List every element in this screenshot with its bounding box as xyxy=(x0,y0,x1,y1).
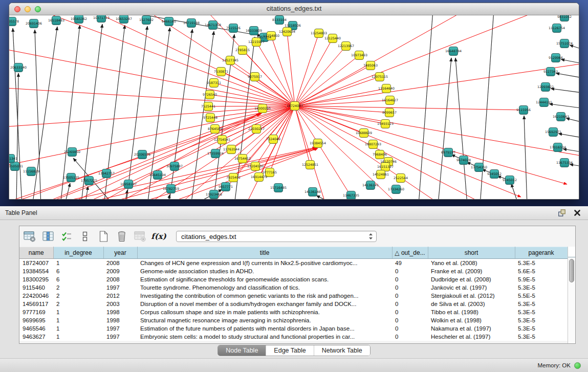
table-cell[interactable]: 0 xyxy=(392,267,428,275)
table-cell[interactable]: 5.3E-5 xyxy=(515,283,568,292)
network-canvas-svg[interactable]: 4035578206914061651848319565362103717131… xyxy=(9,15,579,200)
table-cell[interactable]: Hescheler et al. (1997) xyxy=(428,333,515,341)
table-cell[interactable]: 2009 xyxy=(103,267,137,275)
table-cell[interactable]: Embryonic stem cells: a model to study s… xyxy=(137,333,392,341)
table-cell[interactable]: Investigating the contribution of common… xyxy=(137,292,392,300)
table-cell[interactable]: 1998 xyxy=(103,308,137,316)
table-cell[interactable]: 1 xyxy=(53,259,103,268)
table-row[interactable]: 1938455462009Genome-wide association stu… xyxy=(19,267,568,275)
table-cell[interactable]: 0 xyxy=(392,316,428,324)
close-panel-icon[interactable] xyxy=(573,208,582,217)
table-cell[interactable]: 5.3E-5 xyxy=(515,324,568,333)
delete-table-button[interactable] xyxy=(115,230,129,243)
table-source-dropdown[interactable]: citations_edges.txt xyxy=(176,231,377,242)
table-cell[interactable]: 1997 xyxy=(103,283,137,292)
delete-column-button-disabled[interactable] xyxy=(133,230,147,243)
table-cell[interactable]: 5.3E-5 xyxy=(515,308,568,316)
tab-node-table[interactable]: Node Table xyxy=(218,345,266,356)
table-cell[interactable]: Changes of HCN gene expression and I(f) … xyxy=(137,259,392,268)
table-cell[interactable]: 49 xyxy=(392,259,428,268)
table-cell[interactable]: Structural magnetic resonance image aver… xyxy=(137,316,392,324)
table-cell[interactable]: de Silva et al. (2003) xyxy=(428,300,515,308)
table-cell[interactable]: 0 xyxy=(392,283,428,292)
table-cell[interactable]: 0 xyxy=(392,308,428,316)
table-cell[interactable]: 5.3E-5 xyxy=(515,259,568,268)
table-cell[interactable]: 9465546 xyxy=(19,324,53,333)
table-cell[interactable]: 2 xyxy=(53,300,103,308)
table-cell[interactable]: 6 xyxy=(53,267,103,275)
table-cell[interactable]: 2003 xyxy=(103,300,137,308)
table-cell[interactable]: 22420046 xyxy=(19,292,53,300)
table-cell[interactable]: 1 xyxy=(53,324,103,333)
show-columns-button[interactable] xyxy=(41,230,55,243)
table-cell[interactable]: Estimation of significance thresholds fo… xyxy=(137,275,392,283)
table-cell[interactable]: 2 xyxy=(53,292,103,300)
table-cell[interactable]: 9115460 xyxy=(19,283,53,292)
table-row[interactable]: 911546021997Tourette syndrome. Phenomeno… xyxy=(19,283,568,292)
table-settings-button[interactable] xyxy=(23,230,37,243)
column-header-1[interactable]: in_degree xyxy=(53,247,103,259)
column-header-4[interactable]: △ out_de... xyxy=(392,247,428,259)
table-cell[interactable]: 5.9E-5 xyxy=(515,275,568,283)
float-panel-icon[interactable] xyxy=(557,208,567,217)
table-cell[interactable]: Tibbo et al. (1998) xyxy=(428,308,515,316)
table-cell[interactable]: Yano et al. (2008) xyxy=(428,259,515,268)
network-canvas[interactable]: 4035578206914061651848319565362103717131… xyxy=(9,15,579,200)
column-header-0[interactable]: name xyxy=(19,247,53,259)
table-cell[interactable]: 18724007 xyxy=(19,259,53,268)
row-height-button[interactable] xyxy=(78,230,92,243)
table-cell[interactable]: 2012 xyxy=(103,292,137,300)
table-cell[interactable]: 1 xyxy=(53,308,103,316)
table-cell[interactable]: 1998 xyxy=(103,316,137,324)
close-window-button[interactable] xyxy=(14,6,20,12)
table-row[interactable]: 1456911722003Disruption of a novel membe… xyxy=(19,300,568,308)
table-cell[interactable]: 5.6E-5 xyxy=(515,267,568,275)
table-cell[interactable]: 9463627 xyxy=(19,333,53,341)
table-cell[interactable]: 1 xyxy=(53,333,103,341)
column-header-3[interactable]: title xyxy=(137,247,392,259)
table-cell[interactable]: Jankovic et al. (1997) xyxy=(428,283,515,292)
table-cell[interactable]: 19384554 xyxy=(19,267,53,275)
table-cell[interactable]: 5.3E-5 xyxy=(515,300,568,308)
table-cell[interactable]: 6 xyxy=(53,275,103,283)
tab-edge-table[interactable]: Edge Table xyxy=(266,345,313,356)
column-header-5[interactable]: short xyxy=(428,247,515,259)
table-row[interactable]: 1830029562008Estimation of significance … xyxy=(19,275,568,283)
zoom-window-button[interactable] xyxy=(35,6,41,12)
select-rows-button[interactable] xyxy=(59,230,74,243)
table-row[interactable]: 2242004622012Investigating the contribut… xyxy=(19,292,568,300)
table-cell[interactable]: 0 xyxy=(392,333,428,341)
vertical-scrollbar[interactable] xyxy=(568,247,575,343)
minimize-window-button[interactable] xyxy=(25,6,31,12)
table-cell[interactable]: 0 xyxy=(392,324,428,333)
table-cell[interactable]: 5.3E-5 xyxy=(515,333,568,341)
table-cell[interactable]: Estimation of the future numbers of pati… xyxy=(137,324,392,333)
table-cell[interactable]: Dudbridge et al. (2008) xyxy=(428,275,515,283)
table-cell[interactable]: Wolkin et al. (1998) xyxy=(428,316,515,324)
table-cell[interactable]: 0 xyxy=(392,275,428,283)
column-header-6[interactable]: pagerank xyxy=(515,247,568,259)
table-cell[interactable]: 0 xyxy=(392,300,428,308)
table-cell[interactable]: Franke et al. (2009) xyxy=(428,267,515,275)
scrollbar-thumb[interactable] xyxy=(569,259,574,282)
table-row[interactable]: 969969511998Structural magnetic resonanc… xyxy=(19,316,568,324)
table-row[interactable]: 1872400712008Changes of HCN gene express… xyxy=(19,259,568,268)
table-cell[interactable]: 0 xyxy=(392,292,428,300)
tab-network-table[interactable]: Network Table xyxy=(314,345,370,356)
table-cell[interactable]: 1 xyxy=(53,316,103,324)
new-table-button[interactable] xyxy=(96,230,111,243)
table-cell[interactable]: Disruption of a novel member of a sodium… xyxy=(137,300,392,308)
table-cell[interactable]: Tourette syndrome. Phenomenology and cla… xyxy=(137,283,392,292)
function-builder-button[interactable]: f(x) xyxy=(151,230,166,243)
column-header-2[interactable]: year xyxy=(103,247,137,259)
table-cell[interactable]: 18300295 xyxy=(19,275,53,283)
table-cell[interactable]: 9699695 xyxy=(19,316,53,324)
table-cell[interactable]: 1997 xyxy=(103,324,137,333)
table-row[interactable]: 977716911998Corpus callosum shape and si… xyxy=(19,308,568,316)
table-cell[interactable]: Stergiakouli et al. (2012) xyxy=(428,292,515,300)
table-cell[interactable]: 2008 xyxy=(103,259,137,268)
table-cell[interactable]: Corpus callosum shape and size in male p… xyxy=(137,308,392,316)
table-cell[interactable]: 5.5E-5 xyxy=(515,292,568,300)
table-cell[interactable]: 1997 xyxy=(103,333,137,341)
table-row[interactable]: 946362711997Embryonic stem cells: a mode… xyxy=(19,333,568,341)
